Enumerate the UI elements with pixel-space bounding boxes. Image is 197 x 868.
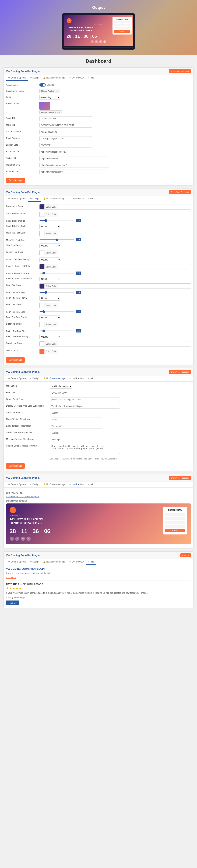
label-email-phone-size: Email & Phone Font Size (6, 272, 38, 275)
save-settings-btn-design[interactable]: Save Settings (6, 358, 25, 363)
share-feedback-btn-notification[interactable]: Share Your Feedback (169, 370, 191, 374)
input-display-message[interactable] (50, 404, 120, 408)
tab-d-design[interactable]: ✏ Design (28, 196, 41, 202)
social-icon-color-picker[interactable]: Select Color (39, 341, 191, 346)
input-pinterest-url[interactable] (39, 169, 109, 174)
tab-d-general[interactable]: ⚙ General Options (6, 196, 28, 202)
tab-help[interactable]: ? Help (86, 75, 96, 81)
input-form-title-notif[interactable] (50, 391, 102, 395)
control-form-text-family: Ubuntu (39, 315, 191, 320)
select-form-title-family[interactable]: Ubuntu (39, 296, 60, 301)
input-owner-email[interactable] (50, 397, 120, 402)
tab-live-preview[interactable]: 👁 Live Preview (67, 75, 86, 81)
live-preview-link[interactable]: Click here for live preview template (6, 495, 39, 498)
range-input-form-title[interactable] (39, 292, 74, 293)
share-feedback-btn-design[interactable]: Share Your Feedback (169, 190, 191, 194)
input-facebook-url[interactable] (39, 150, 109, 154)
globe-color-picker[interactable]: Select Color (39, 349, 191, 354)
panel-notification-body: Mail Option Mail to the owner Form Title… (4, 381, 193, 471)
launch-text-color-picker[interactable]: Select Color (39, 250, 191, 255)
rate-us-header-btn[interactable]: Rate Us (180, 553, 191, 557)
input-twitter-url[interactable] (39, 156, 109, 161)
input-contact-number[interactable] (39, 130, 92, 134)
input-instagram-url[interactable] (39, 163, 109, 167)
btn-text-color-picker[interactable]: Select Color (39, 322, 191, 327)
tab-general-options[interactable]: ⚙ General Options (6, 75, 28, 81)
range-input-main-title[interactable] (39, 240, 74, 240)
control-btn-text-size: 14 (39, 329, 191, 333)
small-title-color-picker[interactable]: Select Color (39, 212, 191, 217)
form-title-color-picker[interactable]: Select Color (39, 283, 191, 289)
tab-lp-help[interactable]: ? Help (86, 482, 96, 487)
select-main-title-family[interactable]: Ubuntu (39, 244, 60, 248)
logo-select[interactable]: default logo (39, 95, 60, 100)
tab-d-preview[interactable]: 👁 Live Preview (67, 196, 86, 202)
rate-us-btn[interactable]: Rate Us (6, 600, 19, 606)
input-main-title[interactable] (39, 123, 92, 127)
tab-h-design[interactable]: ✏ Design (28, 559, 41, 565)
help-click-here-link[interactable]: Click Here (6, 576, 16, 579)
tab-h-notification[interactable]: 🔔 Notification Settings (41, 559, 67, 565)
tab-d-help[interactable]: ? Help (86, 196, 96, 202)
panel-notification: VW Coming Soon Pro Plugin Share Your Fee… (3, 368, 194, 471)
tab-lp-notification[interactable]: 🔔 Notification Settings (41, 482, 67, 487)
tab-d-notification[interactable]: 🔔 Notification Settings (41, 196, 67, 202)
tab-lp-general[interactable]: ⚙ General Options (6, 482, 28, 487)
preview-submit-btn[interactable]: SUBMIT (165, 529, 185, 532)
tab-n-design[interactable]: ✏ Design (28, 376, 41, 381)
tab-h-preview[interactable]: 👁 Live Preview (67, 559, 86, 565)
textarea-custom-email-message[interactable]: Hey [name] with email [all or [email]] h… (50, 444, 120, 455)
tab-n-notification[interactable]: 🔔 Notification Settings (41, 376, 67, 381)
select-small-title-style[interactable]: Ubuntu (39, 224, 60, 229)
email-phone-color-picker[interactable]: Select Color (39, 264, 191, 270)
input-email-address[interactable] (39, 136, 92, 141)
tab-notification-label: Notification Settings (46, 76, 65, 79)
control-small-title-color: Select Color (39, 212, 191, 217)
label-launch-text-color: Launch Text Color (6, 250, 38, 253)
upload-section-image-btn[interactable]: Upload Section Image (39, 111, 62, 114)
control-subject-placeholder (50, 431, 191, 435)
range-input-email-phone[interactable] (39, 273, 74, 274)
control-launch-font-family: Ubuntu (39, 257, 191, 262)
input-subscribe-btn[interactable] (50, 411, 102, 415)
input-subject-placeholder[interactable] (50, 431, 102, 435)
enquiry-submit-btn[interactable]: SUBMIT (114, 30, 130, 33)
range-input-small-title[interactable] (39, 220, 74, 221)
select-email-phone-family[interactable]: Ubuntu (39, 277, 60, 281)
bg-color-picker[interactable]: Select Color (39, 204, 191, 210)
tab-lp-design[interactable]: ✏ Design (28, 482, 41, 487)
tab-h-general[interactable]: ⚙ General Options (6, 559, 28, 565)
label-small-title: Small Title (6, 116, 38, 120)
toggle-track-status[interactable] (39, 83, 46, 87)
share-feedback-btn-preview[interactable]: Share Your Feedback (169, 476, 191, 480)
field-small-title-color: Small Title Font Color Select Color (6, 212, 191, 217)
select-btn-text-family[interactable]: Ubuntu (39, 335, 60, 339)
input-name-placeholder[interactable] (50, 417, 102, 422)
save-settings-btn-general[interactable]: Save Settings (6, 178, 25, 183)
input-email-placeholder[interactable] (50, 424, 102, 429)
tab-h-help[interactable]: ? Help (86, 559, 96, 565)
range-input-btn-text[interactable] (39, 331, 74, 331)
tab-design[interactable]: ✏ Design (28, 75, 41, 81)
select-launch-font-family[interactable]: Ubuntu (39, 257, 60, 262)
tab-n-help[interactable]: ? Help (86, 376, 96, 381)
input-message-placeholder[interactable] (50, 437, 102, 442)
select-form-text-family[interactable]: Ubuntu (39, 315, 60, 320)
tab-lp-preview[interactable]: 👁 Live Preview (67, 482, 86, 487)
tab-n-general[interactable]: ⚙ General Options (6, 376, 28, 381)
range-input-form-text[interactable] (39, 311, 74, 312)
tab-n-preview[interactable]: 👁 Live Preview (67, 376, 86, 381)
select-mail-option[interactable]: Mail to the owner (50, 384, 72, 389)
input-launch-date[interactable] (39, 143, 92, 148)
label-globe-color: Gloibe Color (6, 349, 38, 352)
input-small-title[interactable] (39, 116, 92, 121)
save-settings-btn-notification[interactable]: Save Settings (6, 463, 25, 469)
tab-notification[interactable]: 🔔 Notification Settings (41, 75, 67, 81)
control-mail-option: Mail to the owner (50, 384, 191, 389)
share-feedback-btn-general[interactable]: Share Your Feedback (169, 69, 191, 73)
upload-bg-btn[interactable]: Upload Background (39, 89, 60, 93)
form-text-color-picker[interactable]: Select Color (39, 303, 191, 308)
label-display-message: Display Message After User Subscribing (6, 404, 48, 407)
enquiry-field-3 (114, 27, 130, 29)
main-title-color-picker[interactable]: Select Color (39, 231, 191, 236)
